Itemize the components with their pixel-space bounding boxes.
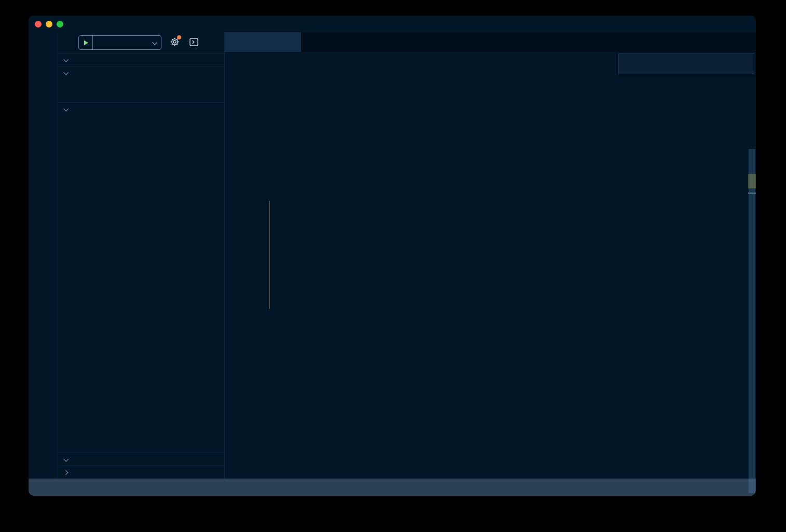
bracket-scope-guide — [269, 201, 270, 309]
run-controls — [58, 32, 224, 53]
loaded-scripts-section-header[interactable] — [58, 466, 224, 479]
activity-bar — [29, 32, 58, 479]
debug-console-icon[interactable] — [189, 37, 199, 48]
traffic-lights — [35, 16, 63, 32]
chevron-right-icon — [63, 470, 69, 475]
chevron-down-icon — [63, 106, 69, 111]
vscode-window — [29, 16, 756, 496]
minimize-window-button[interactable] — [46, 21, 52, 28]
status-bar-left — [29, 479, 30, 496]
chevron-down-icon — [63, 456, 69, 461]
variables-section-header[interactable] — [58, 66, 224, 79]
zoom-window-button[interactable] — [57, 21, 63, 28]
status-bar — [29, 479, 756, 496]
configure-gear-icon[interactable] — [170, 37, 180, 48]
tab-index-ts[interactable] — [225, 32, 301, 52]
editor-actions — [747, 32, 756, 52]
scrollbar-thumb[interactable] — [749, 149, 755, 493]
chevron-down-icon — [63, 70, 69, 75]
launch-configuration-dropdown[interactable] — [78, 35, 161, 50]
tab-bar — [225, 32, 756, 52]
gear-notification-dot — [177, 35, 181, 39]
debug-toolbar — [618, 53, 754, 74]
watch-section-header[interactable] — [58, 102, 224, 115]
editor-scrollbar[interactable] — [748, 32, 756, 479]
call-stack-section-header[interactable] — [58, 453, 224, 466]
close-window-button[interactable] — [35, 21, 42, 28]
code-area[interactable] — [225, 59, 756, 479]
chevron-down-icon — [63, 57, 69, 62]
chevron-down-icon — [152, 39, 157, 45]
editor-group — [225, 32, 756, 479]
start-debug-play-icon[interactable] — [79, 36, 93, 49]
title-bar — [29, 16, 756, 32]
debug-sidebar — [58, 32, 225, 479]
watch-body — [58, 115, 224, 453]
breakpoints-section-header[interactable] — [58, 53, 224, 66]
